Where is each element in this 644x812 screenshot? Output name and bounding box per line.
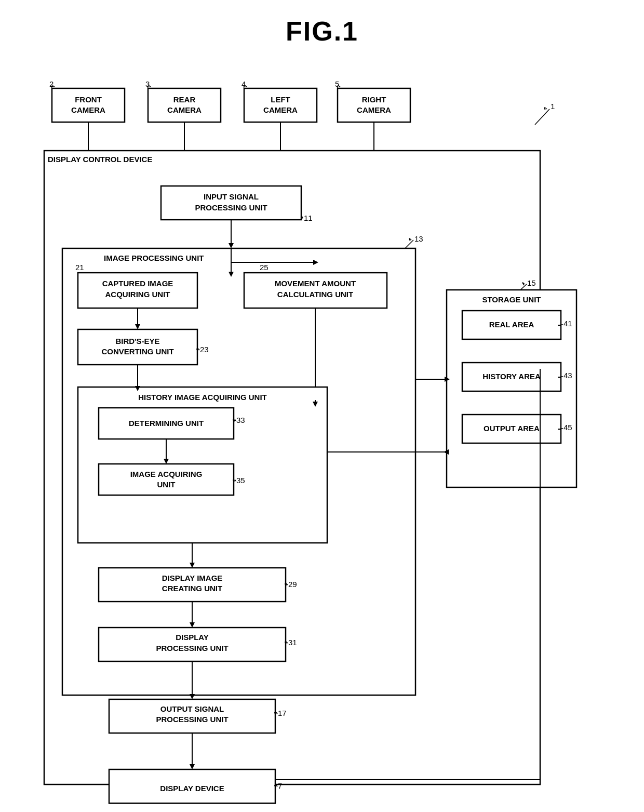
ref-display-image-creating: 29	[288, 580, 297, 589]
storage-unit-label: STORAGE UNIT	[482, 295, 541, 304]
svg-text:DISPLAY DEVICE: DISPLAY DEVICE	[160, 784, 224, 793]
svg-text:ACQUIRING UNIT: ACQUIRING UNIT	[105, 290, 170, 299]
svg-text:IMAGE ACQUIRING: IMAGE ACQUIRING	[130, 470, 203, 478]
svg-text:BIRD'S-EYE: BIRD'S-EYE	[115, 337, 159, 345]
svg-text:LEFT: LEFT	[271, 95, 290, 104]
svg-text:INPUT SIGNAL: INPUT SIGNAL	[204, 192, 259, 201]
history-image-label: HISTORY IMAGE ACQUIRING UNIT	[138, 393, 267, 402]
page-title: FIG.1	[0, 0, 644, 57]
svg-line-8	[535, 109, 549, 125]
svg-text:DETERMINING UNIT: DETERMINING UNIT	[129, 419, 204, 428]
svg-text:CAMERA: CAMERA	[71, 105, 105, 114]
image-acquiring-inner-box	[99, 464, 234, 495]
ref-history-area: 43	[564, 371, 572, 380]
ref-display-processing: 31	[288, 638, 297, 647]
ref-image-acquiring-inner: 35	[236, 476, 245, 485]
svg-text:CALCULATING UNIT: CALCULATING UNIT	[277, 290, 353, 299]
svg-text:PROCESSING UNIT: PROCESSING UNIT	[156, 715, 228, 724]
svg-text:CAMERA: CAMERA	[263, 105, 298, 114]
diagram: text { font-family: Arial, sans-serif; }…	[36, 57, 608, 812]
svg-text:OUTPUT SIGNAL: OUTPUT SIGNAL	[160, 704, 224, 713]
svg-text:DISPLAY: DISPLAY	[176, 633, 209, 642]
svg-text:UNIT: UNIT	[157, 480, 176, 489]
svg-text:PROCESSING UNIT: PROCESSING UNIT	[156, 644, 228, 653]
svg-text:PROCESSING UNIT: PROCESSING UNIT	[195, 203, 267, 212]
ref-real-area: 41	[564, 319, 572, 328]
svg-text:HISTORY AREA: HISTORY AREA	[482, 372, 541, 381]
ref-captured-image: 21	[75, 263, 84, 272]
ref-input-signal: 11	[304, 214, 313, 222]
ref-output-area: 45	[564, 423, 572, 432]
svg-text:CONVERTING UNIT: CONVERTING UNIT	[101, 347, 173, 356]
ref-determining: 33	[236, 416, 245, 424]
svg-text:DISPLAY IMAGE: DISPLAY IMAGE	[162, 574, 223, 582]
svg-text:CREATING UNIT: CREATING UNIT	[162, 584, 222, 593]
svg-text:RIGHT: RIGHT	[362, 95, 386, 104]
svg-text:REAR: REAR	[173, 95, 196, 104]
svg-text:FRONT: FRONT	[75, 95, 102, 104]
ref-birds-eye: 23	[200, 345, 209, 354]
svg-text:CAMERA: CAMERA	[357, 105, 391, 114]
ref-display-device: 7	[278, 781, 282, 790]
svg-text:REAL AREA: REAL AREA	[489, 320, 534, 329]
svg-text:OUTPUT AREA: OUTPUT AREA	[484, 424, 540, 433]
image-processing-unit-label: IMAGE PROCESSING UNIT	[104, 254, 204, 262]
ref-image-processing: 13	[414, 234, 423, 243]
display-control-device-label: DISPLAY CONTROL DEVICE	[48, 155, 152, 164]
ref-storage: 15	[527, 278, 536, 287]
ref-movement-amount: 25	[260, 263, 269, 272]
svg-text:CAMERA: CAMERA	[167, 105, 202, 114]
ref-output-signal: 17	[278, 709, 287, 717]
svg-text:CAPTURED IMAGE: CAPTURED IMAGE	[102, 279, 173, 288]
ref-system: 1	[551, 102, 555, 111]
svg-text:MOVEMENT AMOUNT: MOVEMENT AMOUNT	[275, 279, 356, 288]
